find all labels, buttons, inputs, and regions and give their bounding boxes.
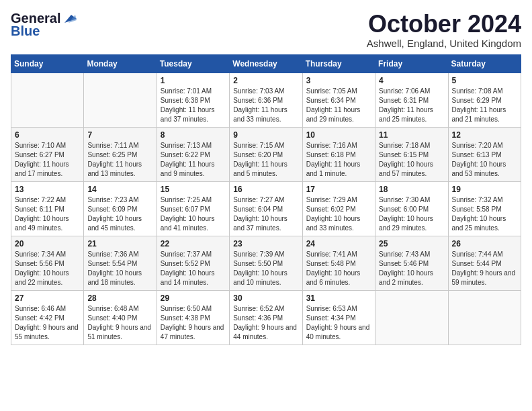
day-header-friday: Friday: [375, 54, 448, 73]
week-row-1: 1Sunrise: 7:01 AM Sunset: 6:38 PM Daylig…: [11, 73, 521, 127]
month-title: October 2024: [367, 11, 521, 38]
day-header-wednesday: Wednesday: [230, 54, 302, 73]
calendar-cell: 23Sunrise: 7:39 AM Sunset: 5:50 PM Dayli…: [230, 236, 302, 290]
calendar-cell: [375, 290, 448, 345]
day-number: 21: [87, 239, 152, 248]
calendar-cell: 17Sunrise: 7:29 AM Sunset: 6:02 PM Dayli…: [302, 181, 375, 236]
calendar-cell: 28Sunrise: 6:48 AM Sunset: 4:40 PM Dayli…: [84, 290, 157, 345]
day-number: 19: [452, 185, 517, 194]
day-number: 12: [452, 130, 517, 140]
day-number: 8: [161, 130, 226, 140]
day-info: Sunrise: 7:43 AM Sunset: 5:46 PM Dayligh…: [379, 250, 444, 287]
logo: General Blue: [11, 11, 77, 39]
logo-icon: [62, 13, 77, 24]
day-info: Sunrise: 7:08 AM Sunset: 6:29 PM Dayligh…: [452, 87, 517, 124]
calendar-table: SundayMondayTuesdayWednesdayThursdayFrid…: [11, 54, 521, 345]
day-number: 5: [452, 76, 517, 85]
week-row-4: 20Sunrise: 7:34 AM Sunset: 5:56 PM Dayli…: [11, 236, 521, 290]
day-info: Sunrise: 6:52 AM Sunset: 4:36 PM Dayligh…: [233, 304, 298, 342]
day-number: 3: [306, 76, 371, 85]
day-header-tuesday: Tuesday: [157, 54, 229, 73]
day-info: Sunrise: 7:22 AM Sunset: 6:11 PM Dayligh…: [15, 195, 80, 233]
calendar-cell: 14Sunrise: 7:23 AM Sunset: 6:09 PM Dayli…: [84, 181, 157, 236]
day-header-monday: Monday: [84, 54, 157, 73]
title-block: October 2024 Ashwell, England, United Ki…: [367, 11, 521, 49]
day-header-thursday: Thursday: [302, 54, 375, 73]
day-number: 1: [161, 76, 226, 85]
calendar-cell: 26Sunrise: 7:44 AM Sunset: 5:44 PM Dayli…: [448, 236, 521, 290]
header-row: SundayMondayTuesdayWednesdayThursdayFrid…: [11, 54, 521, 73]
location: Ashwell, England, United Kingdom: [367, 38, 521, 49]
day-number: 31: [306, 293, 371, 303]
day-number: 15: [161, 185, 226, 194]
day-number: 16: [233, 185, 298, 194]
day-info: Sunrise: 6:53 AM Sunset: 4:34 PM Dayligh…: [306, 304, 371, 342]
calendar-cell: 1Sunrise: 7:01 AM Sunset: 6:38 PM Daylig…: [157, 73, 229, 127]
day-info: Sunrise: 7:41 AM Sunset: 5:48 PM Dayligh…: [306, 250, 371, 287]
page-header: General Blue October 2024 Ashwell, Engla…: [11, 11, 521, 49]
day-info: Sunrise: 7:37 AM Sunset: 5:52 PM Dayligh…: [161, 250, 226, 287]
calendar-cell: [448, 290, 521, 345]
day-info: Sunrise: 7:30 AM Sunset: 6:00 PM Dayligh…: [379, 195, 444, 233]
day-number: 14: [87, 185, 152, 194]
day-number: 28: [87, 293, 152, 303]
calendar-cell: 11Sunrise: 7:18 AM Sunset: 6:15 PM Dayli…: [375, 127, 448, 181]
day-number: 13: [15, 185, 80, 194]
calendar-cell: 13Sunrise: 7:22 AM Sunset: 6:11 PM Dayli…: [11, 181, 84, 236]
day-info: Sunrise: 7:36 AM Sunset: 5:54 PM Dayligh…: [87, 250, 152, 287]
day-number: 10: [306, 130, 371, 140]
day-info: Sunrise: 6:46 AM Sunset: 4:42 PM Dayligh…: [15, 304, 80, 342]
day-number: 4: [379, 76, 444, 85]
day-info: Sunrise: 7:03 AM Sunset: 6:36 PM Dayligh…: [233, 87, 298, 124]
day-info: Sunrise: 7:10 AM Sunset: 6:27 PM Dayligh…: [15, 141, 80, 179]
day-info: Sunrise: 7:20 AM Sunset: 6:13 PM Dayligh…: [452, 141, 517, 179]
calendar-cell: 10Sunrise: 7:16 AM Sunset: 6:18 PM Dayli…: [302, 127, 375, 181]
calendar-cell: 31Sunrise: 6:53 AM Sunset: 4:34 PM Dayli…: [302, 290, 375, 345]
calendar-cell: 6Sunrise: 7:10 AM Sunset: 6:27 PM Daylig…: [11, 127, 84, 181]
calendar-cell: 15Sunrise: 7:25 AM Sunset: 6:07 PM Dayli…: [157, 181, 229, 236]
day-number: 23: [233, 239, 298, 248]
day-number: 29: [161, 293, 226, 303]
calendar-cell: 16Sunrise: 7:27 AM Sunset: 6:04 PM Dayli…: [230, 181, 302, 236]
day-number: 7: [87, 130, 152, 140]
calendar-cell: 2Sunrise: 7:03 AM Sunset: 6:36 PM Daylig…: [230, 73, 302, 127]
day-info: Sunrise: 7:29 AM Sunset: 6:02 PM Dayligh…: [306, 195, 371, 233]
calendar-cell: 27Sunrise: 6:46 AM Sunset: 4:42 PM Dayli…: [11, 290, 84, 345]
day-number: 22: [161, 239, 226, 248]
day-number: 20: [15, 239, 80, 248]
day-info: Sunrise: 7:01 AM Sunset: 6:38 PM Dayligh…: [161, 87, 226, 124]
day-info: Sunrise: 7:05 AM Sunset: 6:34 PM Dayligh…: [306, 87, 371, 124]
calendar-cell: 29Sunrise: 6:50 AM Sunset: 4:38 PM Dayli…: [157, 290, 229, 345]
calendar-cell: [11, 73, 84, 127]
day-number: 24: [306, 239, 371, 248]
calendar-cell: 30Sunrise: 6:52 AM Sunset: 4:36 PM Dayli…: [230, 290, 302, 345]
day-number: 17: [306, 185, 371, 194]
logo-blue: Blue: [11, 24, 40, 39]
day-header-saturday: Saturday: [448, 54, 521, 73]
day-info: Sunrise: 6:48 AM Sunset: 4:40 PM Dayligh…: [87, 304, 152, 342]
day-number: 18: [379, 185, 444, 194]
week-row-5: 27Sunrise: 6:46 AM Sunset: 4:42 PM Dayli…: [11, 290, 521, 345]
calendar-cell: 19Sunrise: 7:32 AM Sunset: 5:58 PM Dayli…: [448, 181, 521, 236]
day-info: Sunrise: 7:23 AM Sunset: 6:09 PM Dayligh…: [87, 195, 152, 233]
day-info: Sunrise: 7:06 AM Sunset: 6:31 PM Dayligh…: [379, 87, 444, 124]
day-info: Sunrise: 7:27 AM Sunset: 6:04 PM Dayligh…: [233, 195, 298, 233]
day-info: Sunrise: 7:44 AM Sunset: 5:44 PM Dayligh…: [452, 250, 517, 287]
day-number: 11: [379, 130, 444, 140]
calendar-cell: [84, 73, 157, 127]
day-number: 25: [379, 239, 444, 248]
day-info: Sunrise: 7:34 AM Sunset: 5:56 PM Dayligh…: [15, 250, 80, 287]
day-info: Sunrise: 7:16 AM Sunset: 6:18 PM Dayligh…: [306, 141, 371, 179]
day-info: Sunrise: 7:39 AM Sunset: 5:50 PM Dayligh…: [233, 250, 298, 287]
calendar-cell: 20Sunrise: 7:34 AM Sunset: 5:56 PM Dayli…: [11, 236, 84, 290]
day-info: Sunrise: 7:15 AM Sunset: 6:20 PM Dayligh…: [233, 141, 298, 179]
day-info: Sunrise: 7:25 AM Sunset: 6:07 PM Dayligh…: [161, 195, 226, 233]
day-number: 6: [15, 130, 80, 140]
calendar-cell: 7Sunrise: 7:11 AM Sunset: 6:25 PM Daylig…: [84, 127, 157, 181]
calendar-cell: 5Sunrise: 7:08 AM Sunset: 6:29 PM Daylig…: [448, 73, 521, 127]
day-info: Sunrise: 7:13 AM Sunset: 6:22 PM Dayligh…: [161, 141, 226, 179]
day-number: 9: [233, 130, 298, 140]
calendar-cell: 22Sunrise: 7:37 AM Sunset: 5:52 PM Dayli…: [157, 236, 229, 290]
calendar-cell: 24Sunrise: 7:41 AM Sunset: 5:48 PM Dayli…: [302, 236, 375, 290]
calendar-cell: 3Sunrise: 7:05 AM Sunset: 6:34 PM Daylig…: [302, 73, 375, 127]
